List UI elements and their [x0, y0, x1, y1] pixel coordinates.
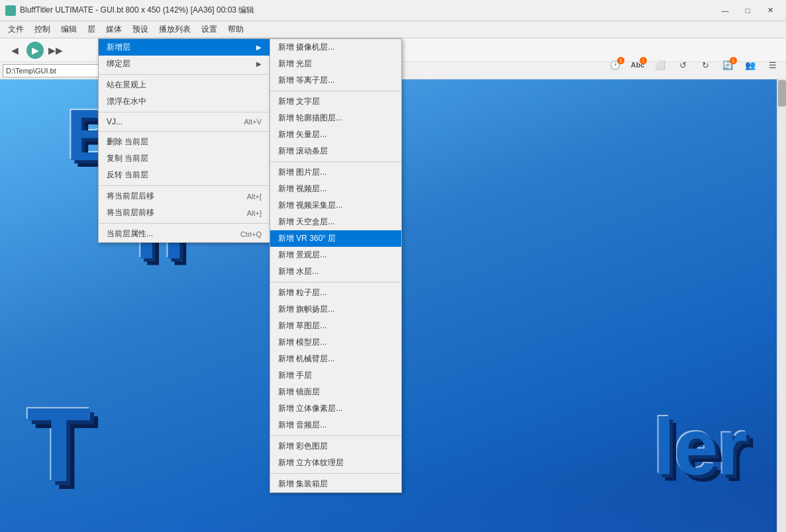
- window-controls: — □ ✕: [714, 4, 781, 17]
- submenu-text[interactable]: 新增 文字层: [270, 93, 401, 110]
- submenu-vector[interactable]: 新增 矢量层...: [270, 126, 401, 143]
- submenu-model[interactable]: 新增 模型层...: [270, 334, 401, 351]
- layer-menu-move-back[interactable]: 将当前层后移 Alt+[: [99, 188, 270, 204]
- submenu-hand[interactable]: 新增 手层: [270, 367, 401, 384]
- separator-5: [99, 223, 270, 224]
- sub-sep-4: [270, 435, 401, 436]
- submenu-video-capture[interactable]: 新增 视频采集层...: [270, 197, 401, 214]
- sub-sep-3: [270, 282, 401, 283]
- bind-layer-label: 绑定层: [107, 58, 130, 69]
- hamburger-icon: ☰: [769, 60, 777, 70]
- next-button[interactable]: ▶▶: [46, 41, 65, 60]
- submenu-grass[interactable]: 新增 草图层...: [270, 318, 401, 334]
- submenu-mirror[interactable]: 新增 镜面层: [270, 384, 401, 400]
- submenu-audio[interactable]: 新增 音频层...: [270, 417, 401, 433]
- separator-2: [99, 112, 270, 112]
- submenu-water[interactable]: 新增 水层...: [270, 263, 401, 280]
- app-icon: [5, 5, 16, 16]
- submenu-contour[interactable]: 新增 轮廓描图层...: [270, 110, 401, 126]
- close-button[interactable]: ✕: [760, 4, 781, 17]
- sub-sep-2: [270, 161, 401, 162]
- canvas-scrollbar[interactable]: [777, 79, 786, 532]
- rt-users-btn[interactable]: 👥: [740, 56, 761, 74]
- layer-menu-float[interactable]: 漂浮在水中: [99, 93, 270, 110]
- submenu-ticker[interactable]: 新增 滚动条层: [270, 143, 401, 159]
- submenu-color[interactable]: 新增 彩色图层: [270, 438, 401, 455]
- menu-playlist[interactable]: 播放列表: [154, 21, 196, 38]
- minimize-button[interactable]: —: [714, 4, 736, 17]
- rt-redo-btn[interactable]: ↻: [695, 56, 716, 74]
- menu-preset[interactable]: 预设: [127, 21, 154, 38]
- layer-menu-reverse[interactable]: 反转 当前层: [99, 167, 270, 183]
- submenu-cube-texture[interactable]: 新增 立方体纹理层: [270, 455, 401, 471]
- menu-settings[interactable]: 设置: [196, 21, 222, 38]
- title-bar: BluffTitler ULTIMATE - GUI.bt 800 x 450 …: [0, 0, 786, 21]
- submenu-voxel[interactable]: 新增 立体像素层...: [270, 400, 401, 417]
- layer-menu-header-label: 新增层: [107, 42, 130, 53]
- menu-bar: 文件 控制 编辑 层 媒体 预设 播放列表 设置 帮助: [0, 21, 786, 38]
- menu-media[interactable]: 媒体: [101, 21, 127, 38]
- rt-refresh-btn[interactable]: 🔄 1: [717, 56, 738, 74]
- sub-sep-1: [270, 91, 401, 91]
- layer-menu-bind[interactable]: 绑定层 ▶: [99, 56, 270, 72]
- layer-menu-vj[interactable]: VJ... Alt+V: [99, 114, 270, 129]
- undo-icon: ↺: [679, 60, 687, 70]
- submenu-skybox[interactable]: 新增 天空盒层...: [270, 214, 401, 230]
- submenu-particle[interactable]: 新增 粒子层...: [270, 285, 401, 301]
- refresh-badge: 1: [730, 57, 737, 64]
- submenu-vr360[interactable]: 新增 VR 360° 层: [270, 230, 401, 247]
- rt-media-btn[interactable]: ⬜: [650, 56, 671, 74]
- submenu-image[interactable]: 新增 图片层...: [270, 164, 401, 181]
- submenu-plasma[interactable]: 新增 等离子层...: [270, 72, 401, 89]
- bind-layer-arrow: ▶: [256, 60, 262, 67]
- title-text: BluffTitler ULTIMATE - GUI.bt 800 x 450 …: [20, 5, 714, 16]
- redo-icon: ↻: [702, 60, 709, 70]
- scrollbar-thumb[interactable]: [778, 80, 786, 107]
- submenu-landscape[interactable]: 新增 景观层...: [270, 247, 401, 263]
- rt-menu-btn[interactable]: ☰: [762, 56, 783, 74]
- layer-dropdown-menu: 新增层 ▶ 绑定层 ▶ 站在景观上 漂浮在水中 VJ... Alt+V 删除 当…: [98, 38, 270, 243]
- submenu-container[interactable]: 新增 集装箱层: [270, 476, 401, 492]
- layer-menu-properties[interactable]: 当前层属性... Ctrl+Q: [99, 226, 270, 242]
- layer-menu-copy[interactable]: 复制 当前层: [99, 150, 270, 167]
- separator-4: [99, 185, 270, 186]
- submenu-video[interactable]: 新增 视频层...: [270, 181, 401, 197]
- users-icon: 👥: [745, 60, 756, 70]
- layer-menu-header[interactable]: 新增层 ▶: [99, 39, 270, 56]
- menu-control[interactable]: 控制: [29, 21, 56, 38]
- text-badge: 1: [640, 57, 647, 64]
- rt-undo-btn[interactable]: ↺: [672, 56, 693, 74]
- submenu-flag[interactable]: 新增 旗帜扬层...: [270, 301, 401, 318]
- sub-sep-5: [270, 473, 401, 474]
- rt-clock-btn[interactable]: 🕐 1: [605, 56, 626, 74]
- layer-menu-header-arrow: ▶: [256, 44, 262, 51]
- menu-layer[interactable]: 层: [82, 21, 101, 38]
- separator-3: [99, 131, 270, 132]
- submenu-camera[interactable]: 新增 摄像机层...: [270, 39, 401, 56]
- play-button[interactable]: ▶: [26, 42, 44, 59]
- menu-file[interactable]: 文件: [3, 21, 29, 38]
- menu-help[interactable]: 帮助: [222, 21, 249, 38]
- menu-edit[interactable]: 编辑: [56, 21, 82, 38]
- layer-menu-standon[interactable]: 站在景观上: [99, 77, 270, 93]
- maximize-button[interactable]: □: [737, 4, 758, 17]
- prev-button[interactable]: ◀: [5, 41, 24, 60]
- layer-menu-move-forward[interactable]: 将当前层前移 Alt+]: [99, 204, 270, 221]
- separator-1: [99, 74, 270, 75]
- submenu-light[interactable]: 新增 光层: [270, 56, 401, 72]
- right-toolbar: 🕐 1 Abc 1 ⬜ ↺ ↻ 🔄 1 👥 ☰: [605, 56, 783, 74]
- rt-text-btn[interactable]: Abc 1: [627, 56, 648, 74]
- clock-badge: 1: [617, 57, 624, 64]
- new-layer-submenu: 新增 摄像机层... 新增 光层 新增 等离子层... 新增 文字层 新增 轮廓…: [270, 38, 402, 493]
- media-icon: ⬜: [655, 60, 665, 70]
- layer-menu-delete[interactable]: 删除 当前层: [99, 134, 270, 150]
- submenu-arm[interactable]: 新增 机械臂层...: [270, 351, 401, 367]
